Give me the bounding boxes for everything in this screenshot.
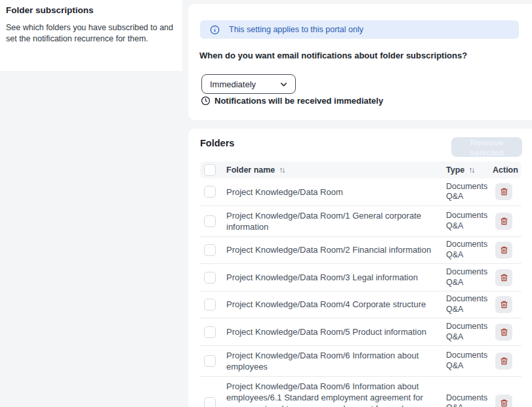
trash-icon	[500, 273, 508, 282]
table-header-row: Folder name ↑↓ Type ↑↓ Action	[200, 161, 522, 179]
delete-folder-button[interactable]	[495, 395, 512, 407]
page-description: See which folders you have subscribed to…	[6, 22, 175, 45]
remove-selected-button[interactable]: Remove selected	[451, 137, 522, 157]
trash-icon	[500, 246, 508, 255]
action-cell	[493, 242, 522, 259]
row-checkbox[interactable]	[204, 186, 216, 198]
delete-folder-button[interactable]	[495, 353, 512, 370]
notification-settings-card: This setting applies to this portal only…	[188, 4, 532, 120]
folder-type-cell: Documents Q&A	[446, 182, 493, 202]
table-row: Project Knowledge/Data Room Documents Q&…	[200, 179, 522, 206]
table-row: Project Knowledge/Data Room/6 Informatio…	[200, 346, 522, 377]
folder-name-cell: Project Knowledge/Data Room/2 Financial …	[226, 240, 446, 259]
notification-question: When do you want email notifications abo…	[199, 51, 467, 60]
row-checkbox[interactable]	[204, 272, 216, 284]
action-header-label: Action	[493, 165, 518, 175]
folder-name-header-label: Folder name	[226, 165, 275, 175]
sort-arrows-icon: ↑↓	[468, 165, 475, 175]
folder-name-cell: Project Knowledge/Data Room/6 Informatio…	[226, 346, 446, 376]
section-header: Folder subscriptions See which folders y…	[0, 0, 182, 71]
folder-name-cell: Project Knowledge/Data Room/5 Product in…	[226, 322, 446, 341]
trash-icon	[500, 187, 508, 196]
delete-folder-button[interactable]	[495, 242, 512, 259]
page-title: Folder subscriptions	[6, 5, 176, 15]
delete-folder-button[interactable]	[495, 296, 512, 313]
info-banner-text: This setting applies to this portal only	[229, 25, 363, 34]
folder-name-cell: Project Knowledge/Data Room/1 General co…	[226, 206, 446, 236]
action-cell	[493, 183, 522, 200]
table-row: Project Knowledge/Data Room/4 Corporate …	[200, 291, 522, 319]
folder-type-cell: Documents Q&A	[446, 211, 493, 231]
trash-icon	[500, 356, 508, 366]
row-checkbox-cell	[200, 186, 226, 198]
folder-name-cell: Project Knowledge/Data Room/3 Legal info…	[226, 268, 446, 287]
row-checkbox[interactable]	[204, 326, 216, 338]
folder-type-cell: Documents Q&A	[446, 322, 493, 342]
folder-type-cell: Documents Q&A	[446, 240, 493, 260]
row-checkbox-cell	[200, 355, 226, 367]
select-all-checkbox[interactable]	[204, 164, 216, 176]
folder-type-cell: Documents Q&A	[446, 351, 493, 371]
delete-folder-button[interactable]	[495, 324, 512, 341]
row-checkbox[interactable]	[204, 299, 216, 311]
folders-card: Folders Remove selected Folder name ↑↓ T…	[188, 129, 532, 407]
trash-icon	[500, 300, 508, 309]
delete-folder-button[interactable]	[495, 213, 512, 230]
table-row: Project Knowledge/Data Room/5 Product in…	[200, 318, 522, 346]
row-checkbox-cell	[200, 397, 226, 407]
table-row: Project Knowledge/Data Room/3 Legal info…	[200, 264, 522, 291]
action-cell	[493, 296, 522, 313]
folder-type-cell: Documents Q&A	[446, 294, 493, 314]
row-checkbox-cell	[200, 244, 226, 256]
trash-icon	[500, 328, 508, 337]
folders-title: Folders	[200, 138, 234, 148]
row-checkbox-cell	[200, 272, 226, 284]
table-row: Project Knowledge/Data Room/2 Financial …	[200, 237, 522, 265]
chevron-down-icon	[279, 79, 289, 89]
header-checkbox-cell	[200, 164, 226, 176]
row-checkbox[interactable]	[204, 244, 216, 256]
delete-folder-button[interactable]	[495, 269, 512, 286]
header-type: Type ↑↓	[446, 165, 493, 175]
action-cell	[493, 324, 522, 341]
recurrence-dropdown-value: Immediately	[210, 79, 256, 89]
row-checkbox-cell	[200, 326, 226, 338]
row-checkbox-cell	[200, 299, 226, 311]
clock-icon	[201, 96, 211, 106]
sort-by-type[interactable]: Type ↑↓	[446, 165, 475, 175]
folder-type-cell: Documents Q&A	[446, 267, 493, 288]
header-action: Action	[493, 165, 522, 175]
sort-by-name[interactable]: Folder name ↑↓	[226, 165, 285, 175]
action-cell	[493, 269, 522, 286]
header-folder-name: Folder name ↑↓	[226, 165, 446, 175]
delete-folder-button[interactable]	[495, 183, 512, 200]
table-row: Project Knowledge/Data Room/6 Informatio…	[200, 377, 522, 407]
action-cell	[493, 213, 522, 230]
sort-arrows-icon: ↑↓	[279, 165, 285, 175]
row-checkbox[interactable]	[204, 355, 216, 367]
folder-name-cell: Project Knowledge/Data Room	[226, 182, 446, 202]
trash-icon	[500, 398, 508, 407]
table-body: Project Knowledge/Data Room Documents Q&…	[200, 179, 522, 407]
trash-icon	[500, 217, 508, 226]
row-checkbox[interactable]	[204, 397, 216, 407]
folder-name-cell: Project Knowledge/Data Room/6 Informatio…	[226, 377, 446, 407]
info-banner: This setting applies to this portal only	[200, 20, 519, 39]
row-checkbox-cell	[200, 215, 226, 227]
recurrence-dropdown[interactable]: Immediately	[201, 74, 296, 94]
folder-type-cell: Documents Q&A	[446, 393, 493, 407]
type-header-label: Type	[446, 165, 464, 175]
folder-name-cell: Project Knowledge/Data Room/4 Corporate …	[226, 295, 446, 314]
info-icon	[210, 25, 220, 35]
row-checkbox[interactable]	[204, 215, 216, 227]
recurrence-note: Notifications will be received immediate…	[201, 96, 383, 106]
table-row: Project Knowledge/Data Room/1 General co…	[200, 206, 522, 237]
action-cell	[493, 395, 522, 407]
recurrence-note-text: Notifications will be received immediate…	[215, 96, 383, 106]
action-cell	[493, 353, 522, 370]
